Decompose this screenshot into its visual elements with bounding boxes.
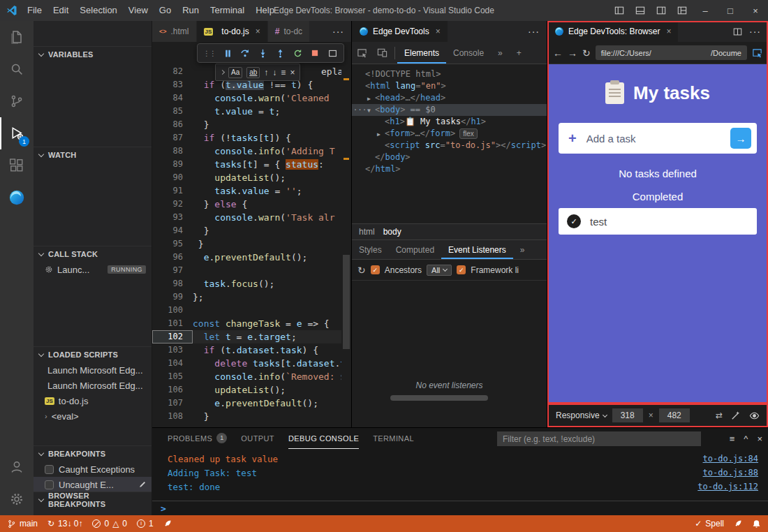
stop-button[interactable] (309, 47, 320, 59)
line-number[interactable]: 91 (152, 184, 193, 198)
debug-launch-indicator[interactable] (163, 519, 172, 528)
ancestors-checkbox[interactable]: ✓ (371, 265, 380, 274)
line-number[interactable]: 85 (152, 105, 193, 118)
line-number[interactable]: 88 (152, 145, 193, 158)
sidebar-item-eval[interactable]: ›<eval> (34, 408, 152, 424)
wand-icon[interactable] (731, 411, 741, 420)
breadcrumb-body[interactable]: body (383, 227, 401, 237)
line-number[interactable]: 102 (152, 330, 193, 343)
rotate-viewport-icon[interactable]: ⇄ (716, 411, 723, 420)
section-header-breakpoints[interactable]: BREAKPOINTS (34, 446, 152, 461)
breadcrumb-html[interactable]: html (359, 227, 375, 237)
extension-rocket-status[interactable] (734, 519, 742, 528)
line-number[interactable]: 82 (152, 65, 193, 78)
code-line[interactable]: 96 e.preventDefault(); (152, 251, 341, 264)
code-line[interactable]: 90 updateList(); (152, 171, 341, 184)
back-icon[interactable]: ← (553, 47, 563, 59)
maximize-panel-icon[interactable]: ^ (744, 434, 748, 444)
tab-to-do-js[interactable]: JSto-do.js× (197, 21, 268, 42)
code-editor[interactable]: ⋮⋮ Aa ab ↑ ↓ ≡ × (152, 42, 351, 427)
menu-go[interactable]: Go (154, 0, 177, 21)
code-line[interactable]: 93 console.warn('Task alr (152, 211, 341, 224)
line-number[interactable]: 101 (152, 317, 193, 330)
split-editor-icon[interactable] (733, 27, 742, 36)
code-line[interactable]: 104 delete tasks[t.dataset.t (152, 357, 341, 370)
menu-file[interactable]: File (22, 0, 47, 21)
line-number[interactable]: 94 (152, 224, 193, 237)
notifications-bell[interactable] (752, 519, 761, 529)
console-filter-input[interactable] (497, 431, 701, 446)
code-line[interactable]: 89 tasks[t] = { status: (152, 158, 341, 171)
pause-button[interactable] (222, 47, 233, 59)
close-tab-icon[interactable]: × (256, 27, 260, 36)
step-over-button[interactable] (239, 47, 251, 59)
line-number[interactable]: 92 (152, 198, 193, 211)
code-line[interactable]: 87 if (!tasks[t]) { (152, 131, 341, 145)
horizontal-scrollbar[interactable] (390, 395, 488, 401)
sidebar-item-launch-microsoft-edg[interactable]: Launch Microsoft Edg... (34, 362, 152, 378)
submit-task-button[interactable]: → (730, 128, 751, 149)
toggle-secondary-sidebar-icon[interactable] (651, 0, 672, 21)
code-line[interactable]: 101const changeTask = e => { (152, 317, 341, 330)
code-line[interactable]: 103 if (t.dataset.task) { (152, 343, 341, 357)
step-out-button[interactable] (274, 47, 286, 59)
listeners-filter-dropdown[interactable]: All (427, 265, 452, 276)
activity-run-debug[interactable]: 1 (0, 117, 34, 149)
devtools-tab-console[interactable]: Console (446, 42, 491, 64)
line-number[interactable]: 103 (152, 343, 193, 357)
code-line[interactable]: 84 console.warn('Cleaned (152, 91, 341, 105)
dom-tree-row[interactable]: <html lang="en"> (352, 80, 547, 92)
step-into-button[interactable] (257, 47, 268, 59)
tab-to-dc[interactable]: #to-dc (268, 21, 310, 42)
previous-match-icon[interactable]: ↑ (264, 68, 268, 77)
collapsed-arrow-icon[interactable]: ▶ (367, 93, 375, 105)
line-number[interactable]: 108 (152, 410, 193, 423)
viewport-height-input[interactable] (659, 408, 690, 422)
line-number[interactable]: 87 (152, 131, 193, 145)
refresh-icon[interactable]: ↻ (357, 265, 366, 276)
reload-icon[interactable]: ↻ (582, 47, 591, 59)
line-number[interactable]: 104 (152, 357, 193, 370)
section-header-loaded-scripts[interactable]: LOADED SCRIPTS (34, 347, 152, 362)
activity-source-control[interactable] (0, 85, 34, 117)
devtools-tab-[interactable]: » (491, 42, 510, 64)
line-number[interactable]: 96 (152, 251, 193, 264)
line-number[interactable]: 95 (152, 237, 193, 251)
activity-accounts[interactable] (0, 451, 34, 483)
code-line[interactable]: 106 updateList(); (152, 383, 341, 397)
dom-tree-row[interactable]: <script src="to-do.js"></script> (352, 140, 547, 152)
close-button[interactable]: × (743, 0, 768, 21)
activity-settings[interactable] (0, 483, 34, 515)
menu-selection[interactable]: Selection (74, 0, 122, 21)
code-line[interactable]: 105 console.info(`Removed: $ (152, 370, 341, 383)
code-line[interactable]: 85 t.value = t; (152, 105, 341, 118)
line-number[interactable]: 89 (152, 158, 193, 171)
code-line[interactable]: 98 task.focus(); (152, 277, 341, 290)
customize-layout-icon[interactable] (672, 0, 693, 21)
dom-tree-row[interactable]: </html> (352, 163, 547, 175)
panel-tab-terminal[interactable]: TERMINAL (373, 428, 414, 449)
sync-indicator[interactable]: ↻ 13↓ 0↑ (47, 519, 82, 529)
panel-tab-debug-console[interactable]: DEBUG CONSOLE (288, 428, 359, 449)
devtools-tab-[interactable]: + (510, 42, 529, 64)
problems-indicator[interactable]: 0 △ 0 (92, 519, 127, 529)
menu-terminal[interactable]: Terminal (205, 0, 250, 21)
sidebar-item-uncaught-e[interactable]: Uncaught E... (34, 477, 152, 492)
drag-handle-icon[interactable]: ⋮⋮ (203, 50, 216, 57)
device-toolbar-icon[interactable] (372, 47, 392, 58)
panel-tab-output[interactable]: OUTPUT (241, 428, 274, 449)
code-line[interactable]: 108 } (152, 410, 341, 423)
code-line[interactable]: 86 } (152, 118, 341, 131)
line-number[interactable]: 99 (152, 290, 193, 304)
device-mode-dropdown[interactable]: Responsive (556, 411, 607, 420)
tab-edge-devtools[interactable]: Edge DevTools × (352, 21, 448, 42)
sidebar-item-launch-microsoft-edg[interactable]: Launch Microsoft Edg... (34, 378, 152, 393)
activity-explorer[interactable] (0, 21, 34, 53)
add-task-input[interactable]: Add a task (586, 133, 636, 145)
line-number[interactable]: 83 (152, 78, 193, 91)
line-number[interactable]: 107 (152, 397, 193, 410)
code-line[interactable]: 100 (152, 304, 341, 317)
maximize-button[interactable]: □ (718, 0, 743, 21)
node-menu-dots-icon[interactable]: ··· (353, 104, 367, 116)
tab-html[interactable]: <>.html (152, 21, 197, 42)
